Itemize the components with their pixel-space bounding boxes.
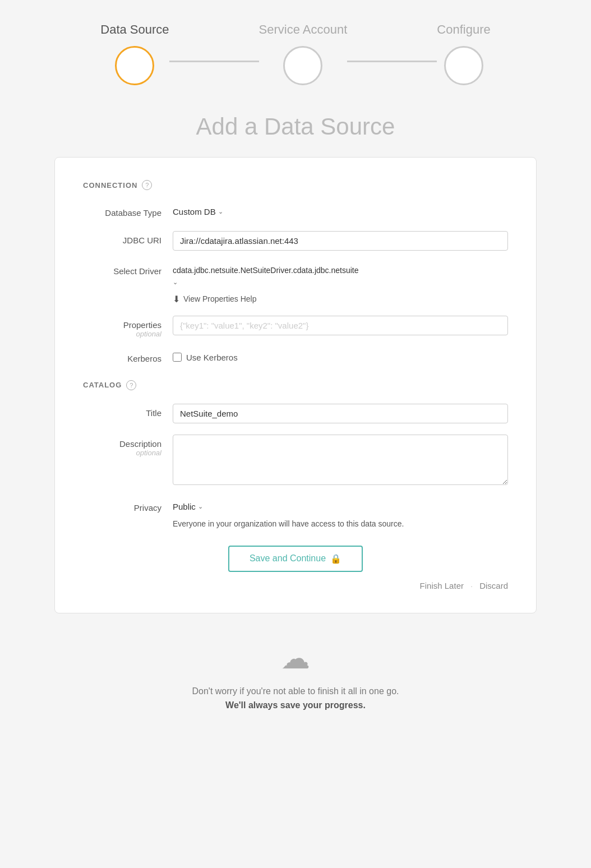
- privacy-description: Everyone in your organization will have …: [173, 518, 508, 530]
- footer-dot: ·: [470, 581, 473, 590]
- description-control: [173, 435, 508, 487]
- stepper: Data Source Service Account Configure: [0, 0, 591, 96]
- privacy-value: Public: [173, 502, 196, 511]
- privacy-label: Privacy: [83, 498, 173, 513]
- catalog-title-input[interactable]: [173, 404, 508, 423]
- catalog-title-row: Title: [83, 404, 508, 423]
- database-type-row: Database Type Custom DB ⌄: [83, 204, 508, 220]
- database-type-control: Custom DB ⌄: [173, 204, 508, 220]
- catalog-section-header: CATALOG ?: [83, 380, 508, 390]
- properties-control: [173, 316, 508, 335]
- bottom-text-line1: Don't worry if you're not able to finish…: [192, 686, 399, 696]
- connection-section-title: CONNECTION: [83, 181, 137, 190]
- privacy-row: Privacy Public ⌄ Everyone in your organi…: [83, 498, 508, 530]
- step-circle-data-source: [115, 46, 154, 85]
- properties-optional-label: optional: [83, 330, 161, 338]
- connector-2: [347, 61, 437, 62]
- kerberos-checkbox[interactable]: [173, 353, 182, 362]
- catalog-title-control: [173, 404, 508, 423]
- database-type-label: Database Type: [83, 204, 173, 218]
- step-label-service-account: Service Account: [259, 22, 348, 37]
- kerberos-control: Use Kerberos: [173, 349, 508, 362]
- cloud-icon: ☁: [281, 641, 310, 675]
- step-service-account: Service Account: [259, 22, 348, 85]
- connection-help-icon[interactable]: ?: [142, 180, 152, 190]
- select-driver-dropdown[interactable]: cdata.jdbc.netsuite.NetSuiteDriver.cdata…: [173, 262, 508, 289]
- jdbc-uri-label: JDBC URI: [83, 231, 173, 245]
- select-driver-row: Select Driver cdata.jdbc.netsuite.NetSui…: [83, 262, 508, 304]
- lock-icon: 🔒: [330, 553, 341, 564]
- kerberos-label: Kerberos: [83, 349, 173, 363]
- step-circle-service-account: [283, 46, 322, 85]
- footer-links: Finish Later · Discard: [83, 581, 508, 590]
- database-type-dropdown[interactable]: Custom DB ⌄: [173, 204, 223, 220]
- save-button-row: Save and Continue 🔒: [83, 546, 508, 572]
- jdbc-uri-row: JDBC URI: [83, 231, 508, 251]
- view-properties-help-text: View Properties Help: [183, 294, 256, 303]
- connector-1: [169, 61, 259, 62]
- save-continue-button[interactable]: Save and Continue 🔒: [228, 546, 363, 572]
- privacy-dropdown[interactable]: Public ⌄: [173, 498, 203, 515]
- step-circle-configure: [444, 46, 483, 85]
- discard-link[interactable]: Discard: [479, 581, 508, 590]
- description-optional-label: optional: [83, 449, 161, 457]
- kerberos-row: Kerberos Use Kerberos: [83, 349, 508, 363]
- form-card: CONNECTION ? Database Type Custom DB ⌄ J…: [54, 157, 537, 613]
- catalog-title-label: Title: [83, 404, 173, 418]
- kerberos-checkbox-row: Use Kerberos: [173, 349, 508, 362]
- jdbc-uri-input[interactable]: [173, 231, 508, 251]
- finish-later-link[interactable]: Finish Later: [420, 581, 464, 590]
- driver-chevron-icon: ⌄: [173, 279, 178, 286]
- privacy-chevron-icon: ⌄: [198, 503, 203, 510]
- select-driver-control: cdata.jdbc.netsuite.NetSuiteDriver.cdata…: [173, 262, 508, 304]
- step-label-data-source: Data Source: [100, 22, 169, 37]
- catalog-help-icon[interactable]: ?: [126, 380, 136, 390]
- database-type-chevron-icon: ⌄: [218, 208, 223, 215]
- jdbc-uri-control: [173, 231, 508, 251]
- description-label: Description optional: [83, 435, 173, 457]
- step-configure: Configure: [437, 22, 490, 85]
- view-properties-help-link[interactable]: ⬇ View Properties Help: [173, 294, 508, 304]
- properties-label: Properties optional: [83, 316, 173, 338]
- catalog-section-title: CATALOG: [83, 381, 122, 389]
- step-label-configure: Configure: [437, 22, 490, 37]
- bottom-section: ☁ Don't worry if you're not able to fini…: [192, 641, 399, 713]
- page-title: Add a Data Source: [196, 113, 395, 140]
- bottom-text: Don't worry if you're not able to finish…: [192, 684, 399, 713]
- privacy-control: Public ⌄ Everyone in your organization w…: [173, 498, 508, 530]
- download-icon: ⬇: [173, 294, 180, 304]
- connection-section-header: CONNECTION ?: [83, 180, 508, 190]
- description-textarea[interactable]: [173, 435, 508, 485]
- description-row: Description optional: [83, 435, 508, 487]
- properties-row: Properties optional: [83, 316, 508, 338]
- save-continue-label: Save and Continue: [250, 553, 326, 564]
- bottom-text-line2: We'll always save your progress.: [225, 700, 366, 710]
- properties-input[interactable]: [173, 316, 508, 335]
- kerberos-checkbox-label: Use Kerberos: [186, 353, 238, 362]
- step-data-source: Data Source: [100, 22, 169, 85]
- driver-value: cdata.jdbc.netsuite.NetSuiteDriver.cdata…: [173, 265, 359, 276]
- select-driver-label: Select Driver: [83, 262, 173, 276]
- database-type-value: Custom DB: [173, 207, 216, 216]
